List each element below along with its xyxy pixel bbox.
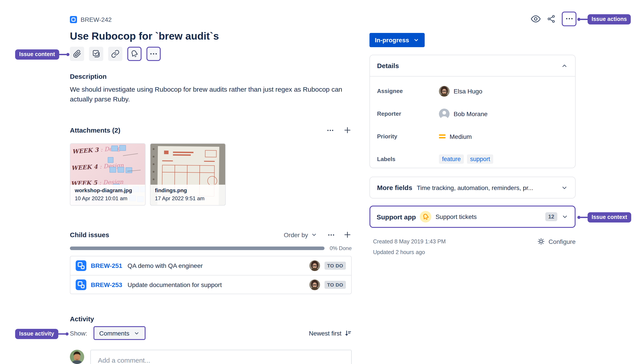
- updated-timestamp: Updated 2 hours ago: [373, 249, 425, 256]
- attachment-card[interactable]: findings.png 17 Apr 2022 9:51 am: [150, 143, 226, 206]
- child-issue-summary[interactable]: Update documentation for support: [128, 281, 305, 288]
- description-body[interactable]: We should investigate using Rubocop for …: [70, 84, 355, 104]
- field-row-priority: Priority Medium: [370, 125, 575, 148]
- priority-value[interactable]: Medium: [450, 133, 472, 140]
- issue-header-actions: [530, 11, 576, 26]
- progress-bar: [70, 246, 324, 250]
- child-issues-list: BREW-251 QA demo with QA engineer TO DO …: [70, 256, 352, 294]
- details-heading: Details: [377, 62, 399, 70]
- child-issue-row[interactable]: BREW-251 QA demo with QA engineer TO DO: [70, 256, 351, 275]
- child-issue-row[interactable]: BREW-253 Update documentation for suppor…: [70, 275, 351, 294]
- annotation-issue-actions: Issue actions: [577, 14, 631, 24]
- priority-medium-icon: [439, 134, 446, 138]
- support-tickets-count: 12: [545, 212, 557, 221]
- filter-value: Comments: [99, 330, 129, 337]
- assignee-avatar[interactable]: [309, 260, 320, 271]
- reporter-avatar: [439, 108, 450, 119]
- child-issue-key[interactable]: BREW-253: [91, 281, 122, 288]
- annotation-line: [58, 333, 65, 335]
- attachments-more-icon[interactable]: [326, 126, 334, 134]
- field-row-reporter: Reporter Bob Morane: [370, 102, 575, 125]
- chevron-down-icon: [413, 37, 419, 43]
- chevron-up-icon: [561, 62, 568, 69]
- sort-order-control[interactable]: Newest first: [309, 329, 352, 337]
- gear-icon: [538, 238, 545, 245]
- status-lozenge[interactable]: TO DO: [324, 262, 346, 270]
- configure-label: Configure: [549, 238, 576, 245]
- activity-filter-dropdown[interactable]: Comments: [94, 326, 145, 340]
- support-app-panel[interactable]: Support app Support tickets 12: [370, 206, 576, 228]
- attachments-add-icon[interactable]: [343, 126, 352, 134]
- child-issues-progress: 0% Done: [70, 245, 352, 252]
- details-panel-header[interactable]: Details: [370, 55, 575, 76]
- show-label: Show:: [70, 330, 87, 337]
- support-app-bell-icon: [420, 211, 432, 222]
- bell-icon: [130, 50, 139, 58]
- issue-toolbar: [70, 47, 161, 61]
- add-child-issue-button[interactable]: [89, 47, 103, 61]
- jira-issue-view: Issue actions Issue content Issue contex…: [0, 0, 641, 364]
- annotation-dot: [65, 332, 68, 336]
- annotation-label: Issue context: [588, 212, 631, 222]
- child-issues-add-icon[interactable]: [343, 230, 352, 239]
- support-app-subtitle: Support tickets: [436, 213, 477, 220]
- activity-heading: Activity: [70, 315, 94, 322]
- link-issue-button[interactable]: [108, 47, 122, 61]
- assignee-avatar: [439, 86, 450, 96]
- attachment-filename: findings.png: [155, 187, 221, 194]
- label-tag[interactable]: support: [467, 154, 493, 164]
- child-issue-icon: [92, 50, 100, 58]
- attachments-heading: Attachments (2): [70, 126, 120, 134]
- sort-label: Newest first: [309, 330, 342, 337]
- priority-label: Priority: [377, 133, 439, 140]
- support-app-title: Support app: [376, 213, 416, 220]
- toolbar-more-button[interactable]: [146, 47, 161, 61]
- attachment-date: 10 Apr 2022 10:01 am: [75, 195, 141, 202]
- field-row-assignee: Assignee Elsa Hugo: [370, 80, 575, 102]
- ellipsis-icon: [149, 50, 158, 58]
- subtask-icon: [76, 260, 86, 271]
- progress-label: 0% Done: [330, 245, 352, 252]
- assignee-label: Assignee: [377, 88, 439, 94]
- attachments-header: Attachments (2): [70, 126, 352, 134]
- annotation-issue-content: Issue content: [15, 50, 69, 60]
- chevron-down-icon: [561, 213, 568, 220]
- current-user-avatar: [70, 350, 84, 364]
- child-issues-header: Child issues Order by: [70, 230, 352, 239]
- reporter-value[interactable]: Bob Morane: [454, 110, 488, 117]
- annotation-dot: [66, 53, 69, 56]
- annotation-dot: [577, 18, 580, 21]
- more-fields-panel[interactable]: More fields Time tracking, automation, r…: [370, 177, 576, 198]
- order-by-control[interactable]: Order by: [284, 231, 318, 238]
- details-fields: Assignee Elsa Hugo Reporter Bob Morane: [370, 76, 575, 170]
- watch-icon[interactable]: [530, 14, 541, 24]
- attachment-date: 17 Apr 2022 9:51 am: [155, 195, 221, 202]
- child-issue-summary[interactable]: QA demo with QA engineer: [128, 262, 305, 269]
- comment-input[interactable]: [90, 350, 352, 364]
- annotation-line: [580, 217, 588, 218]
- order-by-label: Order by: [284, 231, 308, 238]
- status-dropdown[interactable]: In-progress: [370, 33, 425, 47]
- labels-label: Labels: [377, 156, 439, 162]
- assignee-avatar[interactable]: [309, 279, 320, 290]
- label-tag[interactable]: feature: [439, 154, 464, 164]
- configure-button[interactable]: Configure: [538, 238, 576, 245]
- issue-title[interactable]: Use Rubocop for `brew audit`s: [70, 30, 364, 42]
- annotation-label: Issue content: [15, 50, 59, 60]
- share-icon[interactable]: [547, 14, 556, 23]
- attachment-caption: findings.png 17 Apr 2022 9:51 am: [150, 185, 225, 205]
- issue-key[interactable]: BREW-242: [80, 16, 112, 23]
- chevron-down-icon: [311, 232, 318, 238]
- attachments-list: WEEK 3 : Design WEEK 4 : Design WEEK 5 :…: [70, 143, 226, 206]
- attachment-card[interactable]: WEEK 3 : Design WEEK 4 : Design WEEK 5 :…: [70, 143, 146, 206]
- attach-button[interactable]: [70, 47, 84, 61]
- child-issue-key[interactable]: BREW-251: [91, 262, 122, 269]
- chevron-down-icon: [561, 184, 568, 191]
- child-issues-more-icon[interactable]: [327, 231, 335, 239]
- issue-type-icon: [70, 16, 77, 23]
- issue-actions-more-button[interactable]: [562, 11, 576, 26]
- status-lozenge[interactable]: TO DO: [324, 280, 346, 288]
- app-notifications-button[interactable]: [127, 47, 142, 61]
- annotation-line: [580, 19, 588, 20]
- assignee-value[interactable]: Elsa Hugo: [454, 88, 482, 94]
